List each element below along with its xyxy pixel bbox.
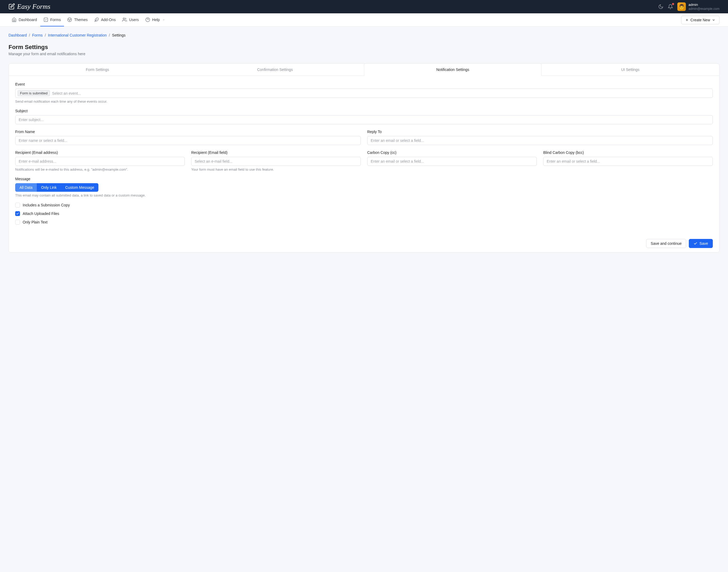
nav-label: Dashboard (19, 18, 37, 22)
svg-point-6 (123, 18, 125, 19)
tab-notification-settings[interactable]: Notification Settings (364, 64, 542, 76)
nav-label: Forms (51, 18, 61, 22)
bcc-input[interactable] (543, 157, 713, 166)
main-nav: Dashboard Forms Themes Add-Ons Users Hel… (0, 13, 728, 27)
card-body: Event Form is submitted Select an event.… (9, 76, 719, 235)
message-option-all[interactable]: All Data (15, 183, 37, 192)
user-text: admin admin@example.com (688, 3, 720, 11)
subject-label: Subject (15, 109, 713, 113)
page-content: Dashboard / Forms / International Custom… (0, 27, 728, 261)
tab-form-settings[interactable]: Form Settings (9, 64, 187, 75)
check-icon (694, 241, 697, 245)
nav-dashboard[interactable]: Dashboard (8, 13, 40, 26)
dark-mode-icon[interactable] (658, 4, 663, 9)
user-menu[interactable]: 👨 admin admin@example.com (677, 2, 720, 11)
cc-input[interactable] (367, 157, 537, 166)
page-subtitle: Manage your form and email notifications… (8, 52, 720, 56)
recipient-email-help: Notifications will be e-mailed to this a… (15, 167, 185, 171)
user-name: admin (688, 3, 720, 7)
cc-label: Carbon Copy (cc) (367, 150, 537, 155)
checkbox-label: Includes a Submission Copy (23, 203, 70, 207)
nav-label: Themes (74, 18, 88, 22)
message-label: Message (15, 177, 713, 181)
recipient-field-input[interactable] (191, 157, 361, 166)
tab-ui-settings[interactable]: UI Settings (541, 64, 719, 75)
svg-point-4 (69, 20, 70, 20)
breadcrumb-current: Settings (112, 33, 126, 37)
save-button[interactable]: Save (689, 239, 713, 248)
save-continue-button[interactable]: Save and continue (646, 239, 686, 248)
settings-card: Form Settings Confirmation Settings Noti… (8, 64, 720, 253)
tabs: Form Settings Confirmation Settings Noti… (9, 64, 719, 76)
top-header: Easy Forms 👨 admin admin@example.com (0, 0, 728, 13)
checkbox-icon (15, 203, 20, 207)
checkbox-submission-copy[interactable]: Includes a Submission Copy (15, 203, 713, 207)
message-option-custom[interactable]: Custom Message (61, 183, 98, 192)
breadcrumb-sep: / (29, 33, 30, 37)
svg-point-1 (68, 18, 72, 21)
breadcrumb-sep: / (109, 33, 110, 37)
brand-text: Easy Forms (17, 3, 51, 11)
row-recipients: Recipient (Email address) Notifications … (15, 150, 713, 177)
field-cc: Carbon Copy (cc) (367, 150, 537, 171)
event-input[interactable]: Form is submitted Select an event... (15, 88, 713, 98)
from-name-input[interactable] (15, 136, 361, 145)
breadcrumb-sep: / (45, 33, 46, 37)
brand-icon (8, 3, 15, 10)
from-name-label: From Name (15, 130, 361, 134)
field-from-name: From Name (15, 130, 361, 145)
breadcrumb-link[interactable]: International Customer Registration (48, 33, 107, 37)
recipient-email-input[interactable] (15, 157, 185, 166)
breadcrumb-link[interactable]: Forms (32, 33, 43, 37)
message-help: This email may contain all submitted dat… (15, 193, 713, 197)
field-subject: Subject (15, 109, 713, 124)
nav-forms[interactable]: Forms (40, 13, 64, 26)
checkbox-plain-text[interactable]: Only Plain Text (15, 220, 713, 224)
svg-point-3 (70, 19, 71, 19)
nav-label: Add-Ons (101, 18, 116, 22)
field-message: Message All Data Only Link Custom Messag… (15, 177, 713, 197)
user-email: admin@example.com (688, 7, 720, 11)
nav-themes[interactable]: Themes (64, 13, 91, 26)
checkbox-icon (15, 220, 20, 224)
brand[interactable]: Easy Forms (8, 3, 51, 11)
page-title: Form Settings (8, 44, 720, 51)
checkbox-attach-files[interactable]: Attach Uploaded Files (15, 211, 713, 216)
create-new-button[interactable]: Create New (681, 16, 720, 24)
svg-point-2 (69, 19, 69, 19)
checkbox-label: Only Plain Text (23, 220, 48, 224)
event-help: Send email notification each time any of… (15, 99, 713, 103)
reply-to-input[interactable] (367, 136, 713, 145)
header-right: 👨 admin admin@example.com (658, 2, 720, 11)
message-option-link[interactable]: Only Link (37, 183, 61, 192)
avatar: 👨 (677, 2, 686, 11)
chevron-down-icon (162, 18, 165, 21)
event-chip[interactable]: Form is submitted (18, 90, 50, 96)
field-recipient-field: Recipient (Email field) Your form must h… (191, 150, 361, 171)
breadcrumb-link[interactable]: Dashboard (8, 33, 27, 37)
plus-icon (685, 18, 689, 22)
field-event: Event Form is submitted Select an event.… (15, 82, 713, 103)
save-label: Save (700, 241, 708, 245)
field-reply-to: Reply To (367, 130, 713, 145)
field-recipient-email: Recipient (Email address) Notifications … (15, 150, 185, 171)
checkbox-list: Includes a Submission Copy Attach Upload… (15, 203, 713, 224)
nav-users[interactable]: Users (119, 13, 142, 26)
row-from-reply: From Name Reply To (15, 130, 713, 150)
checkbox-icon (15, 211, 20, 216)
nav-items: Dashboard Forms Themes Add-Ons Users Hel… (8, 13, 168, 26)
recipient-field-help: Your form must have an email field to us… (191, 167, 361, 171)
message-toggle: All Data Only Link Custom Message (15, 183, 98, 192)
tab-confirmation-settings[interactable]: Confirmation Settings (187, 64, 364, 75)
nav-help[interactable]: Help (142, 13, 168, 26)
chevron-down-icon (712, 18, 716, 22)
event-placeholder: Select an event... (52, 91, 81, 95)
subject-input[interactable] (15, 115, 713, 124)
notifications-icon[interactable] (668, 4, 673, 9)
recipient-field-label: Recipient (Email field) (191, 150, 361, 155)
recipient-email-label: Recipient (Email address) (15, 150, 185, 155)
bcc-label: Blind Carbon Copy (bcc) (543, 150, 713, 155)
breadcrumb: Dashboard / Forms / International Custom… (8, 33, 720, 37)
nav-addons[interactable]: Add-Ons (91, 13, 119, 26)
card-footer: Save and continue Save (9, 235, 719, 252)
